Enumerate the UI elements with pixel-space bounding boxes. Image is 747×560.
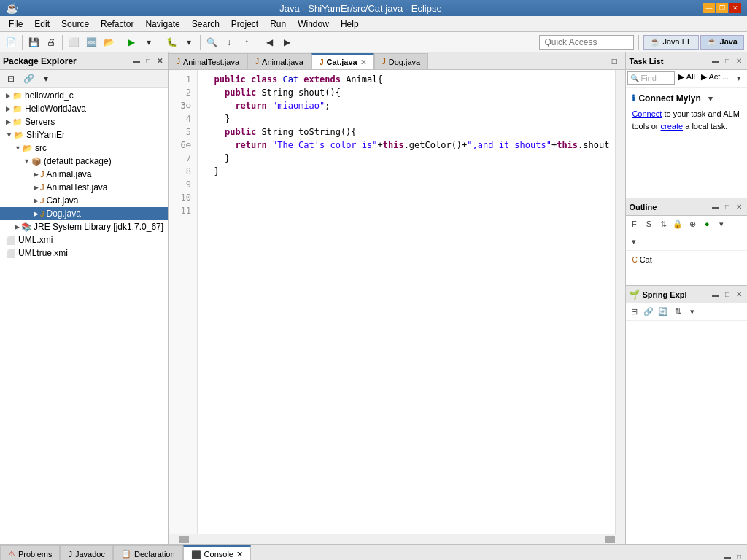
open-resource-button[interactable]: 📂 xyxy=(101,34,117,50)
tree-item-jre[interactable]: ▶ 📚 JRE System Library [jdk1.7.0_67] xyxy=(0,220,168,233)
tree-item-animal-java[interactable]: ▶ J Animal.java xyxy=(0,168,168,181)
create-link[interactable]: create xyxy=(661,122,684,131)
tree-item-umltrue[interactable]: ⬜ UMLtrue.xmi xyxy=(0,246,168,260)
connect-mylyn-title: ℹ Connect Mylyn ▾ xyxy=(632,92,741,105)
task-filter-all-button[interactable]: ▶ All xyxy=(676,71,697,85)
menu-navigate[interactable]: Navigate xyxy=(139,18,185,31)
connect-mylyn-menu-button[interactable]: ▾ xyxy=(704,92,717,105)
editor-horizontal-scrollbar[interactable] xyxy=(169,534,625,544)
java-perspective-button[interactable]: ☕ Java xyxy=(700,35,744,50)
task-list-maximize-button[interactable]: □ xyxy=(722,56,732,66)
code-editor[interactable]: public class Cat extends Animal{ public … xyxy=(198,70,615,534)
save-button[interactable]: 💾 xyxy=(26,34,42,50)
outline-hide-nonpublic-button[interactable]: 🔒 xyxy=(671,217,684,230)
menu-window[interactable]: Window xyxy=(292,18,335,31)
forward-button[interactable]: ▶ xyxy=(279,34,295,50)
package-explorer-maximize-button[interactable]: □ xyxy=(143,56,153,66)
bottom-maximize-button[interactable]: □ xyxy=(734,551,744,560)
next-annot-button[interactable]: ↓ xyxy=(221,34,237,50)
outline-maximize-button[interactable]: □ xyxy=(722,202,732,212)
menu-project[interactable]: Project xyxy=(225,18,264,31)
link-with-editor-button[interactable]: 🔗 xyxy=(20,71,36,87)
outline-green-circle[interactable]: ● xyxy=(700,217,713,230)
tab-cat[interactable]: J Cat.java ✕ xyxy=(311,53,374,69)
open-type-button[interactable]: 🔤 xyxy=(83,34,99,50)
tree-item-shiyamer[interactable]: ▼ 📂 ShiYamEr xyxy=(0,128,168,141)
tab-javadoc[interactable]: J Javadoc xyxy=(60,545,112,560)
outline-item-cat[interactable]: C Cat xyxy=(629,254,744,265)
search-button[interactable]: 🔍 xyxy=(204,34,220,50)
spring-explorer-close-button[interactable]: ✕ xyxy=(734,289,744,300)
outline-minimize-button[interactable]: ▬ xyxy=(711,202,721,212)
menu-help[interactable]: Help xyxy=(335,18,365,31)
menu-edit[interactable]: Edit xyxy=(28,18,55,31)
spring-menu-button[interactable]: ▾ xyxy=(686,305,699,318)
debug-dropdown-button[interactable]: ▾ xyxy=(181,34,197,50)
menu-run[interactable]: Run xyxy=(264,18,292,31)
properties-button[interactable]: ⬜ xyxy=(66,34,82,50)
print-button[interactable]: 🖨 xyxy=(43,34,59,50)
find-label: Find xyxy=(640,74,656,82)
tab-animal[interactable]: J Animal.java xyxy=(247,53,311,69)
spring-sort-button[interactable]: ⇅ xyxy=(671,305,684,318)
debug-button[interactable]: 🐛 xyxy=(163,34,179,50)
outline-sort-button[interactable]: ⇅ xyxy=(657,217,670,230)
connect-link[interactable]: Connect xyxy=(632,109,662,118)
prev-annot-button[interactable]: ↑ xyxy=(239,34,255,50)
package-explorer-close-button[interactable]: ✕ xyxy=(155,56,165,66)
tab-problems[interactable]: ⚠ Problems xyxy=(0,545,60,560)
tree-item-servers[interactable]: ▶ 📁 Servers xyxy=(0,115,168,128)
spring-explorer-minimize-button[interactable]: ▬ xyxy=(711,289,721,300)
outline-down-button[interactable]: ▾ xyxy=(627,235,640,248)
task-list-close-button[interactable]: ✕ xyxy=(734,56,744,66)
console-tab-close[interactable]: ✕ xyxy=(236,550,243,559)
tree-item-animaltest-java[interactable]: ▶ J AnimalTest.java xyxy=(0,181,168,194)
outline-expand-button[interactable]: ⊕ xyxy=(686,217,699,230)
tree-item-src[interactable]: ▼ 📂 src xyxy=(0,141,168,155)
pkg-view-menu-button[interactable]: ▾ xyxy=(38,71,54,87)
outline-hide-fields-button[interactable]: F xyxy=(627,217,640,230)
task-list-minimize-button[interactable]: ▬ xyxy=(711,56,721,66)
line-numbers: 1 2 3⊖ 4 5 6⊖ 7 8 9 10 11 xyxy=(169,70,198,534)
editor-vertical-scrollbar[interactable] xyxy=(615,70,625,534)
tree-item-cat-java[interactable]: ▶ J Cat.java xyxy=(0,194,168,207)
tab-declaration[interactable]: 📋 Declaration xyxy=(113,545,183,560)
quick-access-input[interactable] xyxy=(539,35,634,50)
new-button[interactable]: 📄 xyxy=(3,34,19,50)
tree-item-default-package[interactable]: ▼ 📦 (default package) xyxy=(0,155,168,168)
outline-hide-static-button[interactable]: S xyxy=(642,217,655,230)
spring-refresh-button[interactable]: 🔄 xyxy=(657,305,670,318)
tab-dog[interactable]: J Dog.java xyxy=(374,53,428,69)
tree-item-helloworldjava[interactable]: ▶ 📁 HelloWorldJava xyxy=(0,102,168,115)
window-controls[interactable]: — ❐ ✕ xyxy=(703,3,741,13)
spring-collapse-button[interactable]: ⊟ xyxy=(627,305,640,318)
tree-item-uml[interactable]: ⬜ UML.xmi xyxy=(0,233,168,246)
editor-maximize-button[interactable]: □ xyxy=(606,53,622,69)
task-list-menu-button[interactable]: ▾ xyxy=(732,71,746,85)
tab-animaltest[interactable]: J AnimalTest.java xyxy=(169,53,247,69)
spring-explorer-maximize-button[interactable]: □ xyxy=(722,289,732,300)
close-button[interactable]: ✕ xyxy=(729,3,741,13)
menu-search[interactable]: Search xyxy=(186,18,225,31)
task-filter-acti-button[interactable]: ▶ Acti... xyxy=(699,71,731,85)
minimize-button[interactable]: — xyxy=(703,3,715,13)
tab-console[interactable]: ⬛ Console ✕ xyxy=(183,545,251,560)
title-icon: ☕ xyxy=(6,2,18,14)
maximize-button[interactable]: ❐ xyxy=(716,3,728,13)
java-ee-perspective-button[interactable]: ☕ Java EE xyxy=(643,35,699,50)
tree-item-dog-java[interactable]: ▶ J Dog.java xyxy=(0,207,168,220)
tree-item-helloworld[interactable]: ▶ 📁 helloworld_c xyxy=(0,89,168,102)
run-dropdown-button[interactable]: ▾ xyxy=(141,34,157,50)
menu-refactor[interactable]: Refactor xyxy=(95,18,139,31)
outline-menu-button[interactable]: ▾ xyxy=(715,217,728,230)
package-explorer-minimize-button[interactable]: ▬ xyxy=(131,56,142,66)
menu-source[interactable]: Source xyxy=(55,18,95,31)
back-button[interactable]: ◀ xyxy=(261,34,277,50)
run-last-button[interactable]: ▶ xyxy=(123,34,139,50)
outline-close-button[interactable]: ✕ xyxy=(734,202,744,212)
menu-file[interactable]: File xyxy=(3,18,28,31)
collapse-all-button[interactable]: ⊟ xyxy=(3,71,19,87)
bottom-minimize-button[interactable]: ▬ xyxy=(722,551,732,560)
tab-close-cat[interactable]: ✕ xyxy=(360,58,366,66)
spring-link-button[interactable]: 🔗 xyxy=(642,305,655,318)
